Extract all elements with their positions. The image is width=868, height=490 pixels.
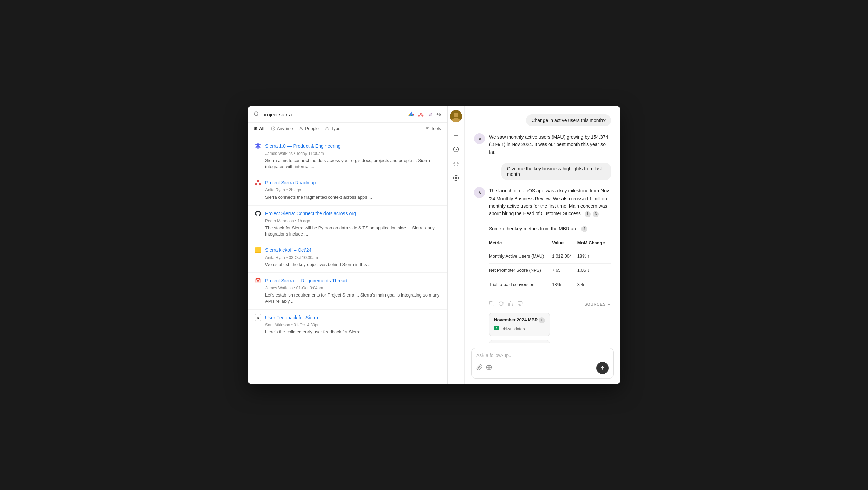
send-button[interactable]: [596, 362, 609, 374]
result-icon-5: M: [254, 277, 262, 284]
input-box: [471, 348, 614, 379]
thumbs-up-icon[interactable]: [508, 300, 513, 309]
follow-up-input[interactable]: [476, 353, 609, 358]
filter-people[interactable]: People: [299, 126, 319, 131]
message-actions: SOURCES: [489, 297, 611, 309]
result-item[interactable]: N User Feedback for Sierra Sam Atkinson …: [248, 310, 447, 340]
table-row: Monthly Active Users (MAU) 1,012,004 18%…: [489, 249, 611, 264]
search-icon: [254, 111, 259, 118]
source-card-1[interactable]: November 2024 MBR 1 S ../biz/updates: [489, 313, 550, 336]
result-item[interactable]: Project Sierra: Connect the dots across …: [248, 206, 447, 242]
asana-icon[interactable]: [417, 111, 424, 118]
results-list: Sierra 1.0 — Product & Engineering James…: [248, 135, 447, 384]
ai-message-1: 𝕩 We saw monthly active users (MAU) grow…: [474, 133, 611, 156]
user-bubble-2: Give me the key business highlights from…: [501, 163, 611, 180]
source-num-1: 1: [539, 317, 545, 323]
svg-point-6: [300, 127, 302, 128]
svg-rect-23: [491, 303, 494, 306]
filter-type-label: Type: [331, 126, 340, 131]
svg-point-12: [255, 183, 257, 186]
result-title-5[interactable]: Project Sierra — Requirements Thread: [265, 278, 347, 283]
filter-anytime[interactable]: Anytime: [271, 126, 293, 131]
result-meta-6: Sam Atkinson • 01-Oct 4:30pm: [254, 323, 440, 327]
result-title-4[interactable]: Sierra kickoff – Oct'24: [265, 247, 311, 253]
filter-bar: ✳ All Anytime People Type Tools: [248, 123, 447, 135]
user-message-2: Give me the key business highlights from…: [474, 163, 611, 180]
source-path-1: ../biz/updates: [500, 326, 525, 332]
metric-name-3: Trial to paid conversion: [489, 278, 552, 292]
result-snippet-2: Sierra connects the fragmented context a…: [254, 194, 440, 200]
globe-icon[interactable]: [486, 364, 492, 372]
result-meta-3: Pedro Mendosa • 1h ago: [254, 219, 440, 223]
source-card-2[interactable]: Monthly Biz Update 2 N November-24: [489, 340, 550, 343]
source-title-1: November 2024 MBR: [494, 317, 538, 324]
filter-all-icon: ✳: [254, 126, 257, 131]
svg-point-2: [420, 113, 422, 115]
chat-area: Change in active users this month? 𝕩 We …: [465, 106, 620, 343]
copy-icon[interactable]: [489, 300, 494, 309]
add-button[interactable]: [450, 129, 462, 141]
filter-type[interactable]: Type: [325, 126, 340, 131]
svg-point-13: [259, 183, 261, 186]
plus-count-badge: +6: [436, 112, 441, 117]
result-icon-3: [254, 210, 262, 217]
result-item[interactable]: Sierra 1.0 — Product & Engineering James…: [248, 138, 447, 175]
result-title-3[interactable]: Project Sierra: Connect the dots across …: [265, 211, 356, 216]
ai-content-1: We saw monthly active users (MAU) growin…: [489, 133, 611, 156]
filter-tools-label: Tools: [431, 126, 441, 131]
filter-tools[interactable]: Tools: [425, 126, 441, 131]
search-bar: # +6: [248, 106, 447, 123]
svg-line-1: [257, 115, 258, 116]
result-item[interactable]: Project Sierra Roadmap Anita Ryan • 2h a…: [248, 175, 447, 205]
result-icon-4: 🟨: [254, 246, 262, 254]
slack-icon[interactable]: #: [427, 111, 434, 118]
refresh-icon[interactable]: [498, 300, 504, 309]
metric-value-3: 18%: [552, 278, 577, 292]
ai-text-after: Some other key metrics from the MBR are:: [489, 226, 579, 231]
svg-text:S: S: [496, 327, 497, 329]
svg-text:M: M: [257, 280, 259, 282]
result-title-2[interactable]: Project Sierra Roadmap: [265, 180, 316, 185]
ai-text-before: The launch of our iOS app was a key mile…: [489, 188, 609, 216]
result-snippet-4: We establish the key objectives behind S…: [254, 262, 440, 268]
sources-toggle[interactable]: SOURCES: [584, 301, 611, 308]
result-title-6[interactable]: User Feedback for Sierra: [265, 315, 318, 320]
attach-icon[interactable]: [476, 364, 482, 372]
search-input[interactable]: [262, 111, 405, 117]
svg-point-0: [254, 112, 258, 116]
metrics-table: Metric Value MoM Change Monthly Active U…: [489, 237, 611, 292]
result-meta-5: James Watkins • 01-Oct 9:04am: [254, 286, 440, 290]
ai-avatar: 𝕩: [474, 133, 485, 144]
history-button[interactable]: [450, 143, 462, 156]
avatar[interactable]: [450, 110, 462, 122]
filter-people-label: People: [305, 126, 319, 131]
right-panel: Change in active users this month? 𝕩 We …: [465, 106, 620, 384]
ai-avatar-2: 𝕩: [474, 187, 485, 198]
sheets-icon: S: [494, 326, 499, 333]
input-area: [465, 343, 620, 384]
thumbs-down-icon[interactable]: [517, 300, 523, 309]
table-row: Net Promoter Score (NPS) 7.65 1.05 ↓: [489, 264, 611, 278]
result-item[interactable]: 🟨 Sierra kickoff – Oct'24 Anita Ryan • 0…: [248, 242, 447, 273]
result-meta-1: James Watkins • Today 11:00am: [254, 151, 440, 156]
user-message-1: Change in active users this month?: [474, 114, 611, 126]
result-icon-2: [254, 179, 262, 186]
metric-change-2: 1.05 ↓: [577, 264, 611, 278]
filter-anytime-label: Anytime: [277, 126, 293, 131]
integrations-button[interactable]: [450, 158, 462, 170]
citation-3: 3: [593, 211, 599, 217]
result-snippet-5: Let's establish requirements for Project…: [254, 292, 440, 304]
sources-section: November 2024 MBR 1 S ../biz/updates: [489, 313, 611, 343]
settings-button[interactable]: [450, 172, 462, 184]
filter-all[interactable]: ✳ All: [254, 126, 265, 131]
result-title-1[interactable]: Sierra 1.0 — Product & Engineering: [265, 143, 341, 149]
metric-value-2: 7.65: [552, 264, 577, 278]
google-drive-icon[interactable]: [408, 111, 415, 118]
metric-change-3: 3% ↑: [577, 278, 611, 292]
result-item[interactable]: M Project Sierra — Requirements Thread J…: [248, 273, 447, 309]
result-snippet-6: Here's the collated early user feedback …: [254, 329, 440, 335]
metric-value-1: 1,012,004: [552, 249, 577, 264]
result-meta-4: Anita Ryan • 03-Oct 10:30am: [254, 255, 440, 260]
col-header-metric: Metric: [489, 237, 552, 249]
sidebar-nav: [448, 106, 465, 384]
